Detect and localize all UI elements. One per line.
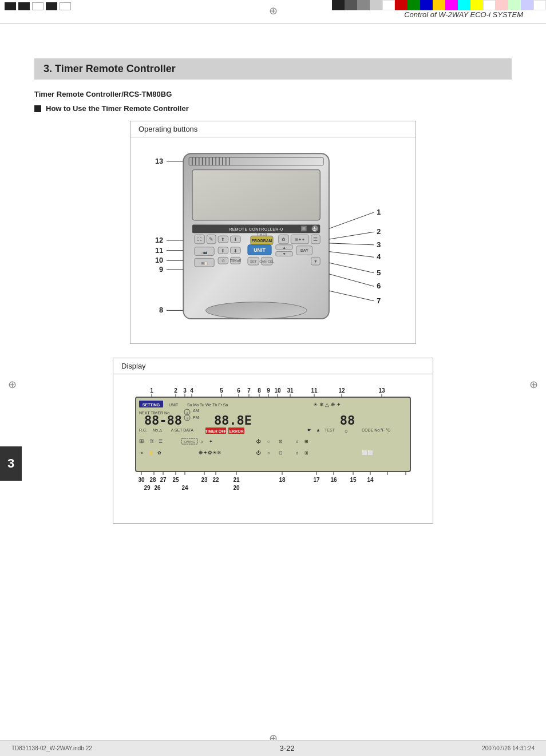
svg-text:⊞📋: ⊞📋 [201, 261, 208, 266]
subtitle: Timer Remote Controller/RCS-TM80BG [34, 90, 512, 98]
svg-line-83 [329, 252, 374, 258]
operating-buttons-box: Operating buttons [130, 121, 416, 344]
svg-text:☰: ☰ [313, 236, 318, 242]
svg-text:CAN-CEL: CAN-CEL [259, 260, 274, 263]
svg-text:SET: SET [250, 260, 257, 263]
svg-text:12: 12 [338, 387, 345, 394]
bullet-square [34, 105, 41, 112]
svg-text:Su Mo Tu We Th Fr Sa: Su Mo Tu We Th Fr Sa [187, 403, 228, 407]
svg-text:R.C.: R.C. [139, 428, 147, 432]
svg-line-87 [329, 274, 374, 287]
svg-text:⊞: ⊞ [304, 439, 308, 444]
svg-text:▲: ▲ [316, 428, 321, 433]
svg-text:10: 10 [155, 256, 163, 264]
svg-text:ERROR: ERROR [229, 429, 243, 433]
svg-text:/\ SET DATA: /\ SET DATA [171, 428, 193, 432]
section-header: 3. Timer Remote Controller [34, 58, 512, 80]
svg-text:4: 4 [377, 252, 381, 261]
svg-rect-14 [192, 170, 320, 220]
svg-text:▼: ▼ [282, 252, 286, 256]
svg-text:PROGRAM: PROGRAM [252, 239, 272, 243]
svg-text:17: 17 [313, 477, 320, 483]
display-header: Display [113, 358, 433, 374]
svg-text:☼: ☼ [200, 439, 204, 444]
svg-text:TEST: TEST [325, 428, 335, 432]
svg-text:UNIT: UNIT [169, 403, 179, 407]
display-section: Display 1 2 3 4 5 6 7 8 9 10 31 11 12 [34, 358, 512, 524]
svg-text:CODE No.°F °C: CODE No.°F °C [362, 428, 390, 432]
svg-text:⏻: ⏻ [256, 439, 261, 444]
svg-text:☀ ❄ △ ❋ ✦: ☀ ❄ △ ❋ ✦ [313, 402, 341, 407]
svg-text:5: 5 [377, 268, 381, 277]
svg-text:29: 29 [144, 485, 151, 491]
svg-text:12: 12 [155, 236, 163, 244]
svg-line-81 [329, 243, 374, 245]
reg-mark-left: ⊕ [8, 378, 17, 391]
svg-text:25: 25 [172, 477, 179, 483]
svg-text:2: 2 [377, 227, 381, 236]
svg-text:3: 3 [183, 387, 187, 394]
footer-right: 2007/07/26 14:31:24 [482, 745, 535, 751]
svg-text:☛: ☛ [307, 428, 311, 433]
svg-text:88.8E: 88.8E [214, 413, 252, 428]
svg-text:⛶: ⛶ [197, 237, 202, 242]
svg-text:31: 31 [287, 387, 294, 394]
svg-text:7: 7 [377, 296, 381, 305]
svg-text:13: 13 [378, 387, 385, 394]
svg-text:SETTING: SETTING [143, 403, 160, 407]
svg-text:⊙: ⊙ [221, 259, 225, 263]
svg-text:14: 14 [367, 477, 374, 483]
svg-text:⚡: ⚡ [148, 450, 154, 456]
svg-line-85 [329, 263, 374, 273]
color-bar [332, 0, 546, 10]
svg-text:⊞: ⊞ [302, 227, 306, 231]
svg-text:⊞: ⊞ [304, 450, 308, 456]
svg-text:UNIT: UNIT [254, 247, 266, 253]
svg-text:22: 22 [212, 477, 219, 483]
svg-text:⇥: ⇥ [139, 450, 143, 456]
svg-text:⊙: ⊙ [345, 429, 348, 433]
svg-text:2: 2 [174, 387, 177, 394]
svg-text:18: 18 [279, 477, 286, 483]
svg-text:10: 10 [274, 387, 281, 394]
operating-buttons-header: Operating buttons [130, 121, 416, 137]
svg-text:1: 1 [377, 208, 381, 216]
svg-text:16: 16 [330, 477, 337, 483]
svg-text:11: 11 [155, 246, 163, 255]
svg-text:⬆: ⬆ [221, 237, 225, 242]
svg-text:1: 1 [150, 387, 153, 394]
svg-text:30: 30 [138, 477, 145, 483]
svg-text:AM: AM [193, 409, 199, 413]
operating-buttons-body: REMOTE CONTROLLER-U ⊞ ⏻ PROGRAM TIMER CO… [130, 137, 416, 343]
svg-text:21: 21 [233, 477, 240, 483]
svg-text:❋✦✿☀❄: ❋✦✿☀❄ [199, 450, 221, 456]
svg-text:☰: ☰ [159, 439, 163, 444]
svg-text:TIMER: TIMER [256, 233, 267, 236]
display-diagram: 1 2 3 4 5 6 7 8 9 10 31 11 12 13 [124, 386, 422, 512]
svg-text:27: 27 [160, 477, 167, 483]
display-box: Display 1 2 3 4 5 6 7 8 9 10 31 11 12 [113, 358, 433, 524]
svg-text:▲: ▲ [282, 246, 286, 250]
svg-text:⬆: ⬆ [221, 248, 225, 254]
svg-text:⏻: ⏻ [312, 227, 317, 232]
svg-text:6: 6 [377, 282, 381, 290]
page-title: Control of W-2WAY ECO-i SYSTEM [404, 10, 523, 19]
svg-text:⊡: ⊡ [279, 439, 283, 444]
svg-text:✿: ✿ [282, 237, 286, 242]
svg-text:7: 7 [247, 387, 251, 394]
svg-text:6: 6 [237, 387, 240, 394]
svg-text:○: ○ [267, 439, 270, 444]
svg-text:⊡: ⊡ [279, 450, 283, 456]
svg-text:⊞✦⁕: ⊞✦⁕ [295, 238, 305, 242]
footer-left: TD831138-02_W-2WAY.indb 22 [11, 745, 92, 751]
remote-controller-diagram: REMOTE CONTROLLER-U ⊞ ⏻ PROGRAM TIMER CO… [139, 143, 407, 338]
svg-text:⊞: ⊞ [139, 438, 144, 444]
svg-text:d: d [296, 451, 298, 455]
svg-text:4: 4 [190, 387, 193, 394]
chapter-tab: 3 [0, 446, 22, 481]
svg-text:⌂📷: ⌂📷 [201, 250, 208, 255]
svg-text:8: 8 [258, 387, 261, 394]
svg-text:✦: ✦ [209, 439, 213, 444]
svg-text:8: 8 [159, 306, 163, 314]
svg-text:13: 13 [155, 157, 163, 165]
